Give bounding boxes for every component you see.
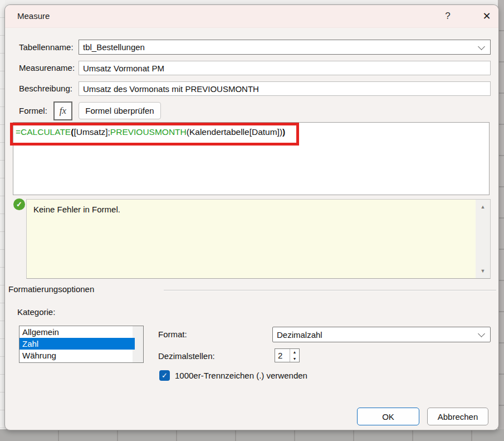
formula-token: )	[282, 127, 285, 137]
category-label: Kategorie:	[17, 307, 55, 317]
formula-token: (Kalendertabelle[Datum])	[187, 127, 282, 137]
chevron-down-icon[interactable]	[478, 43, 485, 50]
decimals-label: Dezimalstellen:	[158, 351, 215, 361]
close-icon[interactable]: ✕	[476, 5, 498, 27]
category-option-allgemein[interactable]: Allgemein	[19, 326, 135, 338]
format-label: Format:	[158, 329, 187, 339]
fx-function-icon[interactable]: fx	[53, 101, 72, 120]
formula-token: PREVIOUSMONTH	[110, 127, 187, 137]
description-label: Beschreibung:	[19, 81, 72, 96]
chevron-down-icon[interactable]	[478, 330, 485, 337]
validation-message-box: Keine Fehler in Formel. ▲ ▼	[26, 199, 491, 279]
dialog-title: Measure	[17, 5, 50, 27]
measure-name-input[interactable]: Umsatz Vormonat PM	[79, 61, 491, 75]
stepper-up-icon[interactable]: ▲	[290, 349, 299, 356]
dialog-titlebar[interactable]: Measure ? ✕	[5, 5, 498, 28]
message-scrollbar[interactable]: ▲ ▼	[476, 200, 490, 278]
ok-button[interactable]: OK	[357, 408, 419, 425]
section-divider	[164, 290, 496, 291]
measure-name-value: Umsatz Vormonat PM	[83, 64, 164, 73]
validation-message: Keine Fehler in Formel.	[33, 205, 120, 214]
formatting-section-label: Formatierungsoptionen	[8, 284, 94, 294]
stepper-down-icon[interactable]: ▼	[290, 356, 299, 362]
description-input[interactable]: Umsatz des Vormonats mit PREVIOUSMONTH	[79, 81, 491, 96]
description-value: Umsatz des Vormonats mit PREVIOUSMONTH	[83, 84, 259, 94]
scroll-up-icon[interactable]: ▲	[476, 204, 490, 210]
measure-dialog: Measure ? ✕ Tabellenname: tbl_Bestellung…	[4, 4, 499, 430]
format-value: Dezimalzahl	[277, 330, 322, 340]
success-check-icon: ✓	[13, 198, 25, 210]
formula-token: [Umsatz];	[74, 127, 110, 137]
excel-background-bottom	[0, 429, 504, 441]
formula-label: Formel:	[19, 102, 47, 120]
table-name-value: tbl_Bestellungen	[83, 42, 145, 52]
formula-text: =CALCULATE([Umsatz];PREVIOUSMONTH(Kalend…	[16, 127, 285, 137]
decimals-stepper[interactable]: 2 ▲ ▼	[275, 348, 300, 362]
measure-name-label: Measurename:	[19, 61, 75, 75]
check-formula-button-label: Formel überprüfen	[85, 106, 154, 115]
table-name-label: Tabellenname:	[19, 40, 74, 55]
formula-token: =CALCULATE	[16, 127, 71, 137]
check-formula-button[interactable]: Formel überprüfen	[79, 102, 161, 119]
help-icon[interactable]: ?	[438, 5, 457, 27]
cancel-button-label: Abbrechen	[438, 412, 478, 421]
cancel-button[interactable]: Abbrechen	[427, 408, 488, 425]
category-listbox[interactable]: Allgemein Zahl Währung	[19, 326, 144, 363]
table-name-combobox[interactable]: tbl_Bestellungen	[79, 40, 491, 55]
decimals-value: 2	[278, 349, 282, 362]
ok-button-label: OK	[382, 412, 394, 421]
thousands-separator-checkbox[interactable]: ✓	[159, 370, 170, 381]
format-combobox[interactable]: Dezimalzahl	[272, 327, 491, 342]
category-option-waehrung[interactable]: Währung	[19, 350, 135, 361]
stepper-buttons: ▲ ▼	[290, 349, 299, 362]
category-option-zahl[interactable]: Zahl	[19, 338, 135, 350]
thousands-separator-label: 1000er-Trennzeichen (.) verwenden	[175, 370, 307, 381]
scroll-down-icon[interactable]: ▼	[476, 268, 490, 274]
screen: Measure ? ✕ Tabellenname: tbl_Bestellung…	[0, 0, 504, 441]
